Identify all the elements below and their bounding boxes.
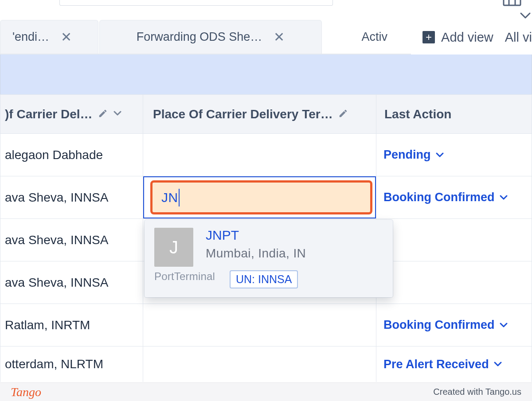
cell-carrier-delivery[interactable]: ava Sheva, INNSA — [0, 219, 143, 261]
cell-delivery-terminal[interactable] — [143, 346, 376, 382]
cell-carrier-delivery[interactable]: alegaon Dabhade — [0, 134, 143, 176]
cell-last-action[interactable] — [376, 219, 532, 261]
cell-last-action[interactable]: Pre Alert Received — [376, 346, 532, 382]
status-dropdown[interactable]: Booking Confirmed — [383, 191, 508, 204]
selection-band — [0, 55, 532, 94]
option-meta-row: PortTerminal UN: INNSA — [154, 270, 383, 288]
terminal-search-input[interactable]: JN — [161, 189, 180, 206]
status-dropdown[interactable]: Booking Confirmed — [383, 318, 508, 332]
cell-text: Ratlam, INRTM — [5, 318, 90, 332]
chevron-down-icon[interactable] — [113, 110, 122, 118]
option-subtitle: Mumbai, India, IN — [206, 246, 306, 261]
chevron-down-icon — [499, 195, 508, 201]
plus-icon: + — [422, 31, 435, 43]
status-label: Pending — [383, 148, 431, 162]
annotation-highlight: JN — [150, 180, 372, 214]
column-header-delivery-terminal[interactable]: Place Of Carrier Delivery Ter… — [143, 95, 376, 133]
cell-carrier-delivery[interactable]: ava Sheva, INNSA — [0, 261, 143, 304]
table-row: alegaon Dabhade Pending — [0, 134, 532, 176]
cell-last-action[interactable]: Booking Confirmed — [376, 176, 532, 218]
add-view-button[interactable]: + Add view — [411, 30, 505, 45]
table-header-row: )f Carrier Del… Place Of Carrier Deliver… — [0, 94, 532, 134]
cell-text: ava Sheva, INNSA — [5, 233, 108, 247]
column-label: )f Carrier Del… — [5, 107, 93, 121]
cell-carrier-delivery[interactable]: Ratlam, INRTM — [0, 304, 143, 346]
pencil-icon[interactable] — [98, 109, 108, 120]
column-header-carrier-delivery[interactable]: )f Carrier Del… — [0, 95, 143, 133]
tab-label: Forwarding ODS She… — [137, 30, 262, 44]
status-label: Booking Confirmed — [383, 318, 495, 332]
table-row: ava Sheva, INNSA JN Booking Confirmed — [0, 176, 532, 219]
cell-carrier-delivery[interactable]: otterdam, NLRTM — [0, 346, 143, 382]
view-controls: + Add view All vi — [411, 20, 532, 55]
cell-text: ava Sheva, INNSA — [5, 276, 108, 290]
option-title: JNPT — [206, 228, 306, 243]
tab-forwarding-ods[interactable]: Forwarding ODS She… ✕ — [99, 20, 322, 54]
pencil-icon[interactable] — [338, 109, 348, 120]
tab-active[interactable]: Activ — [323, 20, 390, 54]
table-row: otterdam, NLRTM Pre Alert Received — [0, 346, 532, 382]
status-dropdown[interactable]: Pre Alert Received — [383, 358, 502, 371]
add-view-label: Add view — [441, 30, 493, 45]
all-views-label: All vi — [505, 30, 532, 44]
cell-delivery-terminal-editing[interactable]: JN — [143, 176, 376, 218]
input-value: JN — [161, 190, 178, 205]
top-toolbar-icons — [503, 0, 521, 6]
autocomplete-dropdown: J JNPT Mumbai, India, IN PortTerminal UN… — [145, 220, 393, 297]
cell-delivery-terminal[interactable] — [143, 304, 376, 346]
close-icon[interactable]: ✕ — [61, 31, 72, 44]
option-avatar: J — [154, 228, 193, 267]
tab-label: Activ — [361, 30, 387, 44]
text-cursor — [179, 189, 180, 206]
autocomplete-option[interactable]: J JNPT Mumbai, India, IN — [154, 228, 383, 267]
close-icon[interactable]: ✕ — [274, 31, 285, 44]
tab-label: 'endi… — [12, 30, 49, 44]
option-type-label: PortTerminal — [154, 270, 217, 283]
search-input-frame[interactable] — [59, 0, 333, 6]
cell-last-action[interactable]: Pending — [376, 134, 532, 176]
column-header-last-action[interactable]: Last Action — [376, 95, 532, 133]
column-label: Last Action — [384, 107, 451, 121]
footer-bar: Tango Created with Tango.us — [0, 382, 532, 401]
cell-text: otterdam, NLRTM — [5, 357, 103, 371]
svg-rect-0 — [504, 0, 520, 5]
footer-credit-text: Created with Tango.us — [433, 387, 521, 397]
cell-text: ava Sheva, INNSA — [5, 191, 108, 205]
cell-last-action[interactable]: Booking Confirmed — [376, 304, 532, 346]
cell-last-action[interactable] — [376, 261, 532, 304]
table-row: Ratlam, INRTM Booking Confirmed — [0, 304, 532, 346]
chevron-down-icon — [435, 152, 444, 158]
chevron-down-icon — [499, 322, 508, 328]
avatar-letter: J — [169, 237, 178, 257]
tango-brand-logo: Tango — [11, 385, 41, 399]
cell-carrier-delivery[interactable]: ava Sheva, INNSA — [0, 176, 143, 218]
column-label: Place Of Carrier Delivery Ter… — [153, 107, 333, 121]
option-code-badge: UN: INNSA — [230, 270, 298, 288]
tab-pending[interactable]: 'endi… ✕ — [0, 20, 98, 54]
status-dropdown[interactable]: Pending — [383, 148, 444, 162]
cell-delivery-terminal[interactable] — [143, 134, 376, 176]
chevron-down-icon — [493, 361, 502, 367]
all-views-button[interactable]: All vi — [505, 30, 532, 45]
status-label: Booking Confirmed — [383, 191, 495, 204]
cell-text: alegaon Dabhade — [5, 148, 103, 162]
option-details: JNPT Mumbai, India, IN — [206, 228, 306, 267]
status-label: Pre Alert Received — [383, 358, 489, 371]
layout-columns-icon[interactable] — [503, 0, 521, 6]
